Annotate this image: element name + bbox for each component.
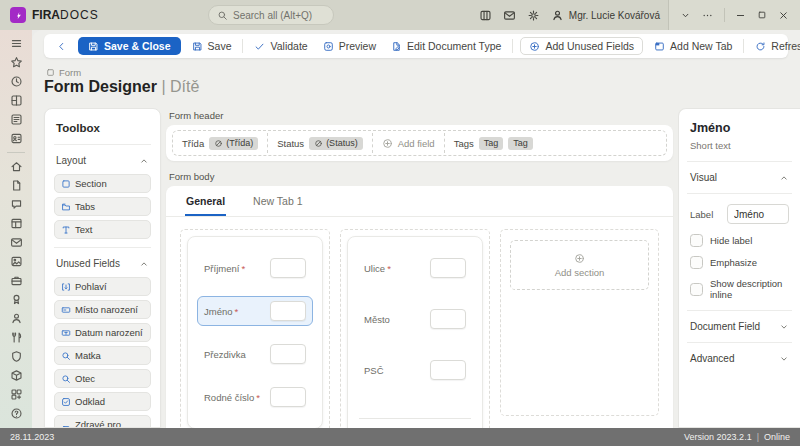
- header-dashed-divider: [267, 133, 268, 153]
- header-field-status[interactable]: Status (Status): [277, 137, 362, 150]
- menu-icon[interactable]: [10, 37, 23, 50]
- unused-field-misto-narozeni[interactable]: Místo narození: [54, 300, 151, 319]
- add-field-button[interactable]: Add field: [382, 138, 435, 149]
- document-icon[interactable]: [10, 179, 23, 192]
- field-input-box[interactable]: [270, 258, 306, 278]
- field-rodne-cislo[interactable]: Rodné číslo*: [197, 382, 313, 412]
- package-icon[interactable]: [10, 369, 23, 382]
- header-field-tags[interactable]: Tags Tag Tag: [454, 137, 533, 150]
- unused-field-matka[interactable]: Matka: [54, 346, 151, 365]
- add-unused-fields-button[interactable]: Add Unused Fields: [520, 37, 643, 55]
- field-prezdivka[interactable]: Přezdivka: [197, 339, 313, 369]
- forms-icon[interactable]: [10, 113, 23, 126]
- field-ulice[interactable]: Ulice*: [357, 253, 473, 283]
- window-minimize-icon[interactable]: [735, 10, 746, 21]
- shield-icon[interactable]: [10, 350, 23, 363]
- field-input-box[interactable]: [270, 301, 306, 321]
- search-input[interactable]: [233, 10, 325, 21]
- save-button[interactable]: Save: [188, 38, 236, 54]
- field-input-box[interactable]: [430, 360, 466, 380]
- chevron-up-icon: [779, 173, 789, 183]
- emphasize-checkbox[interactable]: [690, 256, 703, 269]
- canvas-column-1: Příjmení* Jméno* Přezdivka: [180, 229, 330, 416]
- modules-grid-icon[interactable]: [10, 388, 23, 401]
- field-prijmeni[interactable]: Příjmení*: [197, 253, 313, 283]
- header-field-trida[interactable]: Třída (Třída): [182, 137, 258, 150]
- tag-chip[interactable]: Tag: [508, 137, 533, 150]
- trida-value-chip[interactable]: (Třída): [209, 137, 258, 150]
- save-close-button[interactable]: Save & Close: [78, 37, 181, 55]
- toolbox-item-text[interactable]: Text: [54, 220, 151, 239]
- app-brand[interactable]: FIRADOCS: [10, 7, 99, 23]
- section-dropzone[interactable]: Add section: [500, 229, 659, 416]
- status-value-chip[interactable]: (Status): [309, 137, 363, 150]
- inbox-mail-icon[interactable]: [503, 9, 516, 22]
- toolbar-divider: [242, 39, 243, 53]
- settings-gear-icon[interactable]: [527, 9, 540, 22]
- back-button[interactable]: [52, 39, 71, 54]
- toolbox-item-section[interactable]: Section: [54, 174, 151, 193]
- hide-label-checkbox[interactable]: [690, 234, 703, 247]
- toolbox-section-unused-fields[interactable]: Unused Fields: [54, 248, 151, 277]
- meals-icon[interactable]: [10, 331, 23, 344]
- field-psc[interactable]: PSČ: [357, 355, 473, 385]
- form-header-dropzone[interactable]: Třída (Třída) Status (Status) Add field …: [172, 130, 667, 156]
- toolbox-section-layout[interactable]: Layout: [54, 145, 151, 174]
- section-dropzone[interactable]: Příjmení* Jméno* Přezdivka: [180, 229, 330, 428]
- advanced-section-header[interactable]: Advanced: [690, 353, 789, 364]
- add-section-button[interactable]: Add section: [510, 240, 649, 290]
- add-new-tab-button[interactable]: Add New Tab: [650, 38, 736, 54]
- refresh-button[interactable]: Refresh: [751, 38, 800, 54]
- window-close-icon[interactable]: [778, 10, 789, 21]
- calendar-icon[interactable]: [10, 217, 23, 230]
- form-header-card: Třída (Třída) Status (Status) Add field …: [166, 125, 673, 161]
- tag-chip[interactable]: Tag: [479, 137, 504, 150]
- field-jmeno-selected[interactable]: Jméno*: [197, 296, 313, 326]
- global-search[interactable]: [208, 5, 334, 25]
- preview-button[interactable]: Preview: [319, 38, 380, 54]
- field-input-box[interactable]: [270, 344, 306, 364]
- toolbox-title: Toolbox: [54, 109, 151, 145]
- form-body-label: Form body: [169, 171, 673, 182]
- section-card-address[interactable]: Ulice* Město PSČ: [347, 236, 483, 428]
- tab-general[interactable]: General: [185, 186, 226, 216]
- show-description-inline-checkbox[interactable]: [690, 283, 703, 296]
- boards-icon[interactable]: [479, 9, 492, 22]
- validate-button[interactable]: Validate: [250, 38, 311, 54]
- window-maximize-icon[interactable]: [757, 10, 767, 20]
- history-clock-icon[interactable]: [10, 75, 23, 88]
- label-field-input[interactable]: [727, 204, 789, 224]
- window-chevron-down-icon[interactable]: [680, 10, 691, 21]
- unused-field-otec[interactable]: Otec: [54, 369, 151, 388]
- help-icon[interactable]: [10, 407, 23, 420]
- edit-document-type-button[interactable]: Edit Document Type: [387, 38, 505, 54]
- tab-new-tab-1[interactable]: New Tab 1: [252, 186, 303, 216]
- award-icon[interactable]: [10, 293, 23, 306]
- chat-icon[interactable]: [10, 198, 23, 211]
- field-input-box[interactable]: [430, 258, 466, 278]
- toolbar-divider: [743, 39, 744, 53]
- field-input-box[interactable]: [430, 309, 466, 329]
- briefcase-icon[interactable]: [10, 274, 23, 287]
- window-more-icon[interactable]: [702, 10, 713, 21]
- home-icon[interactable]: [10, 160, 23, 173]
- field-input-box[interactable]: [270, 387, 306, 407]
- section-dropzone[interactable]: Ulice* Město PSČ: [340, 229, 490, 428]
- gallery-icon[interactable]: [10, 255, 23, 268]
- messages-icon[interactable]: [10, 236, 23, 249]
- unused-field-odklad[interactable]: Odklad: [54, 392, 151, 411]
- visual-section-header[interactable]: Visual: [690, 172, 789, 183]
- section-card-personal[interactable]: Příjmení* Jméno* Přezdivka: [187, 236, 323, 428]
- unused-field-zdrave-pro-prijeti[interactable]: Zdravé pro přijetí: [54, 415, 151, 428]
- favorites-star-icon[interactable]: [10, 56, 23, 69]
- user-menu[interactable]: Mgr. Lucie Kovářová: [551, 9, 660, 22]
- breadcrumb[interactable]: Form: [46, 67, 81, 78]
- toolbox-item-tabs[interactable]: Tabs: [54, 197, 151, 216]
- field-mesto[interactable]: Město: [357, 304, 473, 334]
- person-icon[interactable]: [10, 312, 23, 325]
- unused-field-pohlavi[interactable]: Pohlaví: [54, 277, 151, 296]
- apps-icon[interactable]: [10, 94, 23, 107]
- unused-field-datum-narozeni[interactable]: Datum narození: [54, 323, 151, 342]
- document-field-section-header[interactable]: Document Field: [690, 321, 789, 332]
- contact-card-icon[interactable]: [10, 132, 23, 145]
